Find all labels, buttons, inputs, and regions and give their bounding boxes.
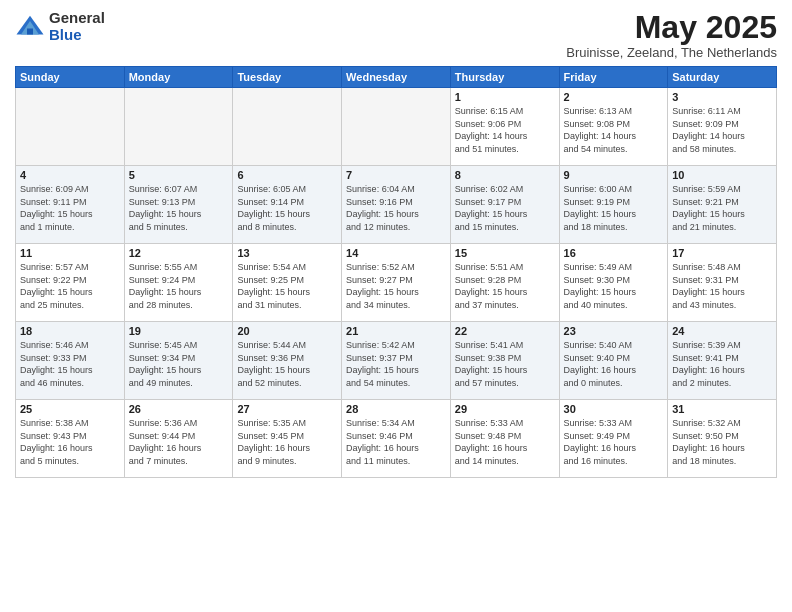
calendar-cell-w4-d5: 22Sunrise: 5:41 AM Sunset: 9:38 PM Dayli… (450, 322, 559, 400)
calendar-cell-w5-d7: 31Sunrise: 5:32 AM Sunset: 9:50 PM Dayli… (668, 400, 777, 478)
page: General Blue May 2025 Bruinisse, Zeeland… (0, 0, 792, 612)
day-number: 1 (455, 91, 555, 103)
calendar-cell-w1-d4 (342, 88, 451, 166)
day-info: Sunrise: 6:00 AM Sunset: 9:19 PM Dayligh… (564, 183, 664, 233)
header-tuesday: Tuesday (233, 67, 342, 88)
day-number: 21 (346, 325, 446, 337)
calendar-cell-w4-d1: 18Sunrise: 5:46 AM Sunset: 9:33 PM Dayli… (16, 322, 125, 400)
day-info: Sunrise: 5:40 AM Sunset: 9:40 PM Dayligh… (564, 339, 664, 389)
day-number: 28 (346, 403, 446, 415)
header-saturday: Saturday (668, 67, 777, 88)
day-info: Sunrise: 6:04 AM Sunset: 9:16 PM Dayligh… (346, 183, 446, 233)
header: General Blue May 2025 Bruinisse, Zeeland… (15, 10, 777, 60)
calendar-cell-w3-d3: 13Sunrise: 5:54 AM Sunset: 9:25 PM Dayli… (233, 244, 342, 322)
calendar-cell-w3-d6: 16Sunrise: 5:49 AM Sunset: 9:30 PM Dayli… (559, 244, 668, 322)
calendar-cell-w4-d7: 24Sunrise: 5:39 AM Sunset: 9:41 PM Dayli… (668, 322, 777, 400)
day-number: 11 (20, 247, 120, 259)
day-number: 15 (455, 247, 555, 259)
day-number: 6 (237, 169, 337, 181)
calendar-cell-w3-d2: 12Sunrise: 5:55 AM Sunset: 9:24 PM Dayli… (124, 244, 233, 322)
calendar-cell-w1-d2 (124, 88, 233, 166)
calendar-cell-w5-d6: 30Sunrise: 5:33 AM Sunset: 9:49 PM Dayli… (559, 400, 668, 478)
day-info: Sunrise: 5:46 AM Sunset: 9:33 PM Dayligh… (20, 339, 120, 389)
day-number: 24 (672, 325, 772, 337)
logo-icon (15, 12, 45, 42)
day-info: Sunrise: 6:11 AM Sunset: 9:09 PM Dayligh… (672, 105, 772, 155)
calendar-cell-w5-d3: 27Sunrise: 5:35 AM Sunset: 9:45 PM Dayli… (233, 400, 342, 478)
day-number: 12 (129, 247, 229, 259)
day-number: 7 (346, 169, 446, 181)
day-info: Sunrise: 5:51 AM Sunset: 9:28 PM Dayligh… (455, 261, 555, 311)
calendar-cell-w5-d2: 26Sunrise: 5:36 AM Sunset: 9:44 PM Dayli… (124, 400, 233, 478)
day-number: 2 (564, 91, 664, 103)
calendar: Sunday Monday Tuesday Wednesday Thursday… (15, 66, 777, 478)
day-info: Sunrise: 5:59 AM Sunset: 9:21 PM Dayligh… (672, 183, 772, 233)
calendar-cell-w3-d1: 11Sunrise: 5:57 AM Sunset: 9:22 PM Dayli… (16, 244, 125, 322)
header-sunday: Sunday (16, 67, 125, 88)
day-info: Sunrise: 6:13 AM Sunset: 9:08 PM Dayligh… (564, 105, 664, 155)
day-number: 14 (346, 247, 446, 259)
location: Bruinisse, Zeeland, The Netherlands (566, 45, 777, 60)
day-info: Sunrise: 5:33 AM Sunset: 9:48 PM Dayligh… (455, 417, 555, 467)
day-info: Sunrise: 5:52 AM Sunset: 9:27 PM Dayligh… (346, 261, 446, 311)
day-number: 8 (455, 169, 555, 181)
calendar-cell-w5-d1: 25Sunrise: 5:38 AM Sunset: 9:43 PM Dayli… (16, 400, 125, 478)
logo-blue: Blue (49, 27, 105, 44)
header-monday: Monday (124, 67, 233, 88)
day-info: Sunrise: 5:39 AM Sunset: 9:41 PM Dayligh… (672, 339, 772, 389)
day-info: Sunrise: 5:34 AM Sunset: 9:46 PM Dayligh… (346, 417, 446, 467)
day-info: Sunrise: 5:57 AM Sunset: 9:22 PM Dayligh… (20, 261, 120, 311)
day-number: 27 (237, 403, 337, 415)
week-row-2: 4Sunrise: 6:09 AM Sunset: 9:11 PM Daylig… (16, 166, 777, 244)
logo-text: General Blue (49, 10, 105, 43)
day-number: 17 (672, 247, 772, 259)
day-info: Sunrise: 5:32 AM Sunset: 9:50 PM Dayligh… (672, 417, 772, 467)
calendar-cell-w3-d4: 14Sunrise: 5:52 AM Sunset: 9:27 PM Dayli… (342, 244, 451, 322)
day-number: 26 (129, 403, 229, 415)
day-number: 5 (129, 169, 229, 181)
calendar-cell-w4-d6: 23Sunrise: 5:40 AM Sunset: 9:40 PM Dayli… (559, 322, 668, 400)
calendar-cell-w5-d5: 29Sunrise: 5:33 AM Sunset: 9:48 PM Dayli… (450, 400, 559, 478)
day-info: Sunrise: 6:05 AM Sunset: 9:14 PM Dayligh… (237, 183, 337, 233)
calendar-cell-w4-d2: 19Sunrise: 5:45 AM Sunset: 9:34 PM Dayli… (124, 322, 233, 400)
day-info: Sunrise: 5:45 AM Sunset: 9:34 PM Dayligh… (129, 339, 229, 389)
week-row-5: 25Sunrise: 5:38 AM Sunset: 9:43 PM Dayli… (16, 400, 777, 478)
day-info: Sunrise: 6:09 AM Sunset: 9:11 PM Dayligh… (20, 183, 120, 233)
header-thursday: Thursday (450, 67, 559, 88)
day-number: 23 (564, 325, 664, 337)
day-number: 4 (20, 169, 120, 181)
day-info: Sunrise: 5:54 AM Sunset: 9:25 PM Dayligh… (237, 261, 337, 311)
day-number: 10 (672, 169, 772, 181)
day-number: 16 (564, 247, 664, 259)
svg-rect-2 (27, 28, 33, 34)
calendar-cell-w2-d6: 9Sunrise: 6:00 AM Sunset: 9:19 PM Daylig… (559, 166, 668, 244)
header-wednesday: Wednesday (342, 67, 451, 88)
month-title: May 2025 (566, 10, 777, 45)
calendar-cell-w1-d1 (16, 88, 125, 166)
header-friday: Friday (559, 67, 668, 88)
logo-general: General (49, 10, 105, 27)
calendar-cell-w1-d6: 2Sunrise: 6:13 AM Sunset: 9:08 PM Daylig… (559, 88, 668, 166)
calendar-cell-w5-d4: 28Sunrise: 5:34 AM Sunset: 9:46 PM Dayli… (342, 400, 451, 478)
day-info: Sunrise: 5:35 AM Sunset: 9:45 PM Dayligh… (237, 417, 337, 467)
week-row-4: 18Sunrise: 5:46 AM Sunset: 9:33 PM Dayli… (16, 322, 777, 400)
day-number: 3 (672, 91, 772, 103)
calendar-cell-w1-d3 (233, 88, 342, 166)
day-number: 13 (237, 247, 337, 259)
day-info: Sunrise: 6:15 AM Sunset: 9:06 PM Dayligh… (455, 105, 555, 155)
calendar-cell-w4-d4: 21Sunrise: 5:42 AM Sunset: 9:37 PM Dayli… (342, 322, 451, 400)
calendar-cell-w2-d5: 8Sunrise: 6:02 AM Sunset: 9:17 PM Daylig… (450, 166, 559, 244)
day-info: Sunrise: 6:07 AM Sunset: 9:13 PM Dayligh… (129, 183, 229, 233)
day-info: Sunrise: 5:41 AM Sunset: 9:38 PM Dayligh… (455, 339, 555, 389)
calendar-cell-w3-d7: 17Sunrise: 5:48 AM Sunset: 9:31 PM Dayli… (668, 244, 777, 322)
day-number: 20 (237, 325, 337, 337)
calendar-cell-w1-d5: 1Sunrise: 6:15 AM Sunset: 9:06 PM Daylig… (450, 88, 559, 166)
day-number: 25 (20, 403, 120, 415)
calendar-cell-w2-d7: 10Sunrise: 5:59 AM Sunset: 9:21 PM Dayli… (668, 166, 777, 244)
day-number: 31 (672, 403, 772, 415)
calendar-cell-w3-d5: 15Sunrise: 5:51 AM Sunset: 9:28 PM Dayli… (450, 244, 559, 322)
day-info: Sunrise: 5:49 AM Sunset: 9:30 PM Dayligh… (564, 261, 664, 311)
calendar-cell-w2-d3: 6Sunrise: 6:05 AM Sunset: 9:14 PM Daylig… (233, 166, 342, 244)
day-info: Sunrise: 5:36 AM Sunset: 9:44 PM Dayligh… (129, 417, 229, 467)
day-info: Sunrise: 5:44 AM Sunset: 9:36 PM Dayligh… (237, 339, 337, 389)
